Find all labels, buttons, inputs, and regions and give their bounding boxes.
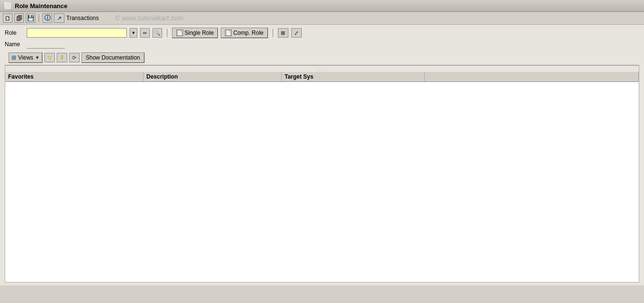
transactions-label: Transactions [66,15,99,21]
title-icon: ⬜ [4,2,12,10]
comp-role-label: Comp. Role [233,30,263,36]
views-button[interactable]: ⊞ Views ▼ [9,52,42,63]
filter-icon[interactable]: ▽ [44,53,55,62]
info-icon[interactable]: ⓘ [42,13,52,23]
role-edit-icon[interactable]: ✏ [140,28,150,38]
col-header-favorites: Favorites [5,72,143,81]
table-container: ..... Favorites Description Target Sys [5,65,639,283]
name-label: Name [5,41,24,48]
role-search-icon[interactable]: 🔍 [153,28,162,38]
dotted-separator: ..... [5,66,639,72]
form-area: Role ▼ ✏ 🔍 📄 Single Role 📄 Comp. Role [0,25,644,285]
sep-role2 [273,29,273,37]
export-icon[interactable]: ⤤ [291,28,302,38]
main-toolbar: 🗋 🗐 💾 ⓘ ↗ Transactions © www.tutorialkar… [0,12,644,25]
views-label: Views [18,54,33,61]
refresh-icon[interactable]: ⟳ [69,53,80,62]
name-row: Name [5,40,639,49]
col-header-description: Description [143,72,282,81]
views-icon: ⊞ [11,54,16,61]
table-body [5,82,639,282]
role-input[interactable] [27,28,127,38]
role-label: Role [5,30,24,36]
page-title: Role Maintenance [15,2,68,10]
table-header: Favorites Description Target Sys [5,72,639,82]
transactions-icon[interactable]: ↗ [54,13,64,23]
watermark: © www.tutorialkart.com [115,14,183,22]
comp-role-button[interactable]: 📄 Comp. Role [221,28,267,38]
col-header-target-sys: Target Sys [282,72,425,81]
show-documentation-label: Show Documentation [86,54,140,61]
show-documentation-button[interactable]: Show Documentation [82,52,144,63]
new-icon[interactable]: 🗋 [3,13,12,23]
role-browse-button[interactable]: ▼ [130,28,137,38]
transactions-button[interactable]: Transactions [66,15,99,21]
separator-1 [39,14,39,22]
comp-role-icon: 📄 [225,30,232,36]
single-role-label: Single Role [184,30,214,36]
role-row: Role ▼ ✏ 🔍 📄 Single Role 📄 Comp. Role [5,28,639,38]
single-role-button[interactable]: 📄 Single Role [172,28,218,38]
copy-icon[interactable]: 🗐 [14,13,24,23]
sep-role [167,29,167,37]
filter2-icon[interactable]: ⊽ [57,53,67,62]
name-input[interactable] [27,40,65,49]
title-bar: ⬜ Role Maintenance [0,0,644,12]
views-dropdown-icon: ▼ [35,55,40,60]
single-role-icon: 📄 [176,30,183,36]
toolbar2: ⊞ Views ▼ ▽ ⊽ ⟳ Show Documentation [5,50,639,65]
save-icon[interactable]: 💾 [26,13,35,23]
grid-icon[interactable]: ⊞ [278,28,288,38]
col-header-extra [425,72,639,81]
